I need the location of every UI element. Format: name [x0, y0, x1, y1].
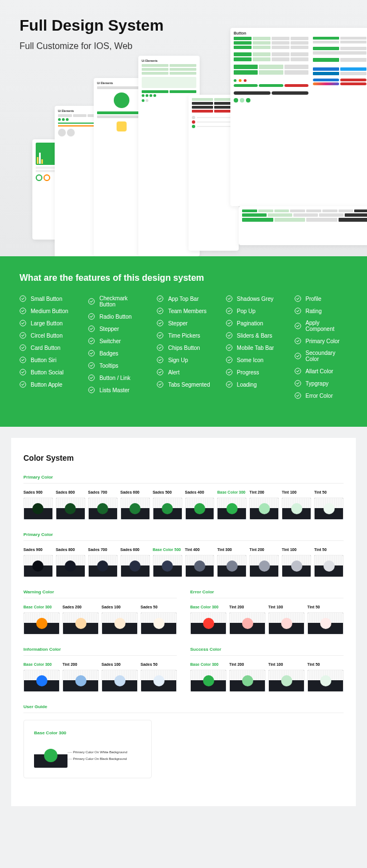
check-icon [226, 308, 233, 314]
svg-point-2 [20, 320, 26, 326]
color-swatch: Base Color 500 [153, 548, 182, 577]
check-icon [294, 338, 301, 344]
feature-label: Pop Up [237, 308, 255, 314]
color-swatch: Sades 900 [23, 490, 53, 520]
color-swatch: Base Color 300 [23, 605, 60, 635]
information-color-section: Information Color Base Color 300Tint 200… [23, 647, 177, 692]
feature-label: Rating [306, 308, 322, 314]
swatch-box [282, 555, 311, 577]
feature-label: Badges [99, 350, 118, 357]
svg-point-24 [226, 296, 232, 302]
section-label: Information Color [23, 647, 177, 656]
color-swatch: Sades 800 [56, 490, 85, 520]
guide-swatch [34, 743, 67, 768]
swatch-label: Sades 900 [23, 548, 53, 552]
feature-label: App Top Bar [168, 296, 199, 302]
check-icon [226, 332, 233, 339]
guide-line: Primary Color On Black Background [73, 755, 141, 762]
swatch-label: Sades 700 [88, 548, 118, 552]
feature-label: Sign Up [168, 357, 188, 363]
swatch-label: Base Color 300 [190, 662, 226, 666]
check-icon [88, 350, 95, 357]
swatch-box [102, 670, 138, 692]
color-swatch: Sades 50 [141, 662, 177, 692]
check-icon [226, 381, 233, 388]
check-icon [157, 357, 163, 363]
svg-point-20 [157, 345, 163, 351]
check-icon [88, 374, 95, 381]
feature-label: Small Button [31, 296, 62, 302]
swatch-label: Base Color 500 [153, 548, 182, 552]
swatch-label: Sades 50 [141, 605, 177, 609]
check-icon [294, 308, 301, 314]
check-icon [88, 325, 95, 332]
check-icon [226, 357, 233, 363]
swatch-box [190, 612, 226, 635]
check-icon [20, 332, 26, 339]
feature-item: Shadows Grey [226, 295, 279, 302]
color-swatch: Tint 100 [268, 662, 305, 692]
feature-item: Apply Component [294, 320, 347, 332]
mock-title: Button [234, 31, 366, 35]
swatch-box [282, 498, 311, 520]
color-swatch: Tint 400 [185, 548, 215, 577]
swatch-label: Tint 100 [282, 548, 311, 552]
check-icon [157, 320, 163, 326]
svg-point-1 [20, 308, 26, 314]
svg-point-33 [295, 308, 301, 314]
feature-item: Team Members [157, 308, 210, 314]
swatch-label: Base Color 300 [217, 490, 247, 494]
swatch-box [217, 555, 247, 577]
svg-point-27 [226, 333, 232, 339]
swatch-label: Sades 600 [120, 490, 150, 494]
swatch-label: Sades 50 [141, 662, 177, 666]
feature-label: Card Button [31, 345, 60, 351]
swatch-box [185, 498, 215, 520]
feature-label: Large Button [31, 320, 62, 326]
section-label: Success Color [190, 647, 344, 656]
check-icon [88, 298, 95, 305]
svg-point-28 [226, 345, 232, 351]
feature-label: Button / Link [99, 375, 131, 381]
swatch-label: Tint 200 [229, 662, 265, 666]
check-icon [294, 295, 301, 302]
feature-label: Profile [306, 296, 321, 302]
swatch-box [268, 670, 305, 692]
feature-label: Typgrapy [306, 381, 329, 387]
svg-point-25 [226, 308, 232, 314]
swatch-label: Tint 300 [217, 548, 247, 552]
color-swatch: Tint 50 [314, 490, 344, 520]
svg-point-12 [89, 350, 95, 357]
feature-item: Switcher [88, 338, 141, 344]
check-icon [294, 392, 301, 399]
color-swatch: Base Color 300 [217, 490, 247, 520]
check-icon [20, 320, 26, 326]
check-icon [88, 338, 95, 344]
swatch-box [314, 498, 344, 520]
swatch-box [88, 555, 118, 577]
section-label: Primary Color [23, 475, 344, 484]
swatch-box [23, 612, 60, 635]
feature-label: Tabs Segmented [168, 382, 210, 388]
swatch-label: Sades 700 [88, 490, 118, 494]
swatch-label: Tint 100 [282, 490, 311, 494]
swatch-label: Tint 200 [62, 662, 99, 666]
swatch-box [88, 498, 118, 520]
feature-label: Alert [168, 369, 180, 376]
features-columns: Small ButtonMedium ButtonLarge ButtonCir… [20, 295, 347, 404]
svg-point-10 [89, 326, 95, 332]
swatch-box [314, 555, 344, 577]
color-swatch: Sades 50 [141, 605, 177, 635]
primary-color-section: Primary Color Sades 900Sades 800Sades 70… [23, 475, 344, 520]
swatch-box [249, 498, 279, 520]
color-system: Color System Primary Color Sades 900Sade… [11, 438, 356, 806]
check-icon [88, 387, 95, 393]
swatch-box [102, 612, 138, 635]
feature-label: Primary Color [306, 338, 340, 344]
guide-card: Base Color 300 Primary Color On White Ba… [23, 720, 152, 778]
color-swatch: Tint 100 [282, 548, 311, 577]
feature-item: Chips Button [157, 344, 210, 351]
swatch-box [190, 670, 226, 692]
feature-item: Radio Button [88, 313, 141, 320]
feature-label: Radio Button [99, 314, 132, 320]
